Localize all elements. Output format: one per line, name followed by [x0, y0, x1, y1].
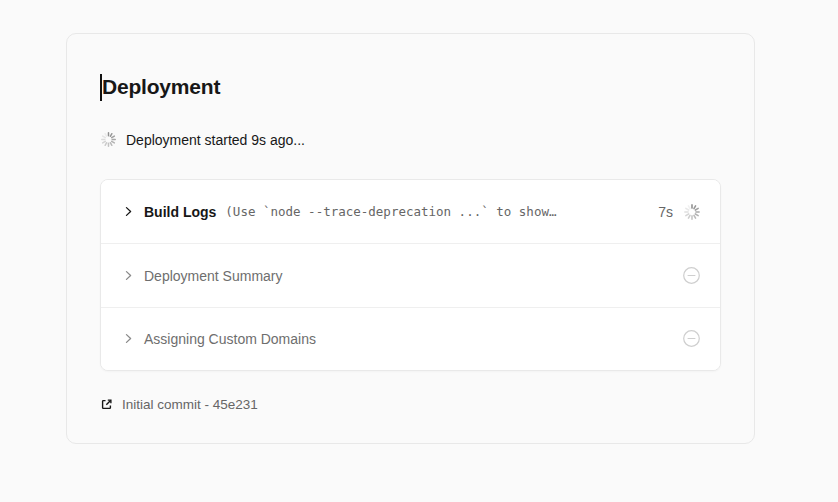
- chevron-right-icon[interactable]: [122, 269, 135, 282]
- accordion-row-label: Assigning Custom Domains: [144, 331, 316, 347]
- build-log-preview: (Use `node --trace-deprecation ...` to s…: [225, 204, 646, 219]
- external-link-icon: [100, 398, 113, 411]
- accordion-row-label: Build Logs: [144, 204, 216, 220]
- commit-link[interactable]: Initial commit - 45e231: [100, 397, 258, 412]
- chevron-right-icon[interactable]: [122, 205, 135, 218]
- accordion-row-label: Deployment Summary: [144, 268, 283, 284]
- spinner-icon: [683, 203, 701, 221]
- status-text: Deployment started 9s ago...: [126, 132, 305, 148]
- deployment-status: Deployment started 9s ago...: [100, 131, 305, 148]
- chevron-right-icon[interactable]: [122, 332, 135, 345]
- deployment-steps-list: Build Logs (Use `node --trace-deprecatio…: [100, 179, 721, 371]
- page-title: Deployment: [102, 74, 220, 100]
- spinner-icon: [100, 131, 117, 148]
- commit-link-text: Initial commit - 45e231: [122, 397, 258, 412]
- minus-circle-icon: [682, 266, 701, 285]
- step-duration: 7s: [658, 204, 673, 220]
- deployment-card: Deployment Deploym: [66, 33, 755, 444]
- minus-circle-icon: [682, 329, 701, 348]
- accordion-row-build-logs[interactable]: Build Logs (Use `node --trace-deprecatio…: [101, 180, 720, 243]
- accordion-row-deployment-summary[interactable]: Deployment Summary: [101, 243, 720, 306]
- accordion-row-assigning-custom-domains[interactable]: Assigning Custom Domains: [101, 307, 720, 370]
